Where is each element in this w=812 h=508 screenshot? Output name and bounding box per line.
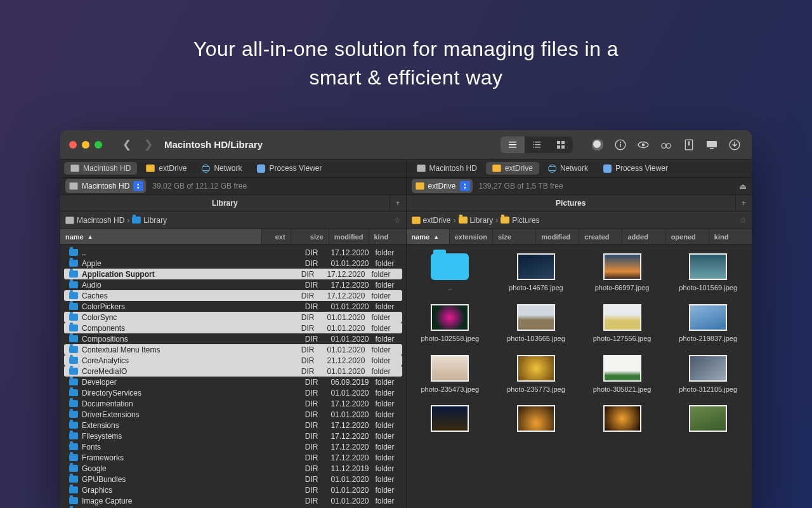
column-header-extension[interactable]: extension xyxy=(450,229,493,244)
favorite-star-icon[interactable]: ☆ xyxy=(394,216,401,225)
file-row[interactable]: AppleDIR01.01.2020folder xyxy=(60,258,406,269)
photo-item[interactable]: photo-101569.jpeg xyxy=(667,253,749,293)
quicklook-icon[interactable] xyxy=(638,139,649,150)
binoculars-icon[interactable] xyxy=(660,139,672,150)
file-row[interactable]: FilesystemsDIR17.12.2020folder xyxy=(60,431,406,441)
download-icon[interactable] xyxy=(729,139,740,150)
folder-icon xyxy=(69,454,78,461)
minimize-window-button[interactable] xyxy=(82,141,89,149)
zoom-window-button[interactable] xyxy=(95,141,102,149)
titlebar: ❮ ❯ Macintosh HD/Library xyxy=(60,130,752,159)
file-row[interactable]: Image CaptureDIR01.01.2020folder xyxy=(60,495,406,506)
file-row[interactable]: AudioDIR17.12.2020folder xyxy=(60,279,406,290)
file-row[interactable]: DeveloperDIR06.09.2019folder xyxy=(60,377,406,387)
file-row[interactable]: ExtensionsDIR17.12.2020folder xyxy=(60,420,406,431)
file-row[interactable]: GraphicsDIR01.01.2020folder xyxy=(60,485,406,495)
file-row[interactable]: ComponentsDIR01.01.2020folder xyxy=(64,323,402,333)
breadcrumb-item[interactable]: extDrive xyxy=(412,216,451,225)
file-row[interactable]: CoreMediaIODIR01.01.2020folder xyxy=(64,366,402,377)
file-row[interactable]: ..DIR17.12.2020folder xyxy=(60,247,406,258)
new-tab-button-right[interactable]: + xyxy=(735,195,752,211)
photo-item[interactable]: photo-312105.jpeg xyxy=(667,355,749,394)
file-row[interactable]: ColorSyncDIR01.01.2020folder xyxy=(64,312,402,323)
view-icons-icon[interactable] xyxy=(549,137,573,153)
column-header-size[interactable]: size xyxy=(493,229,536,244)
item-label: photo-312105.jpeg xyxy=(679,385,737,394)
close-window-button[interactable] xyxy=(69,141,77,149)
photo-item[interactable]: photo-102558.jpeg xyxy=(409,304,492,344)
tab-process-viewer[interactable]: Process Viewer xyxy=(597,162,674,175)
tab-macintosh-hd[interactable]: Macintosh HD xyxy=(64,162,137,175)
file-row[interactable]: FrameworksDIR17.12.2020folder xyxy=(60,452,406,463)
tab-extdrive[interactable]: extDrive xyxy=(140,162,193,175)
file-row[interactable]: ColorPickersDIR01.01.2020folder xyxy=(60,301,406,312)
photo-item[interactable]: photo-305821.jpeg xyxy=(581,355,664,394)
breadcrumb-item[interactable]: Library xyxy=(459,216,494,225)
photo-item[interactable] xyxy=(495,405,577,436)
column-header-size[interactable]: size xyxy=(291,229,329,244)
photo-item[interactable]: photo-66997.jpeg xyxy=(581,253,664,293)
tab-network[interactable]: Network xyxy=(542,162,594,175)
file-row[interactable]: CachesDIR17.12.2020folder xyxy=(64,290,402,301)
thumbnail-image xyxy=(603,253,641,280)
file-row[interactable]: GoogleDIR11.12.2019folder xyxy=(60,463,406,474)
column-header-opened[interactable]: opened xyxy=(666,229,709,244)
column-header-kind[interactable]: kind xyxy=(369,229,406,244)
photo-item[interactable] xyxy=(667,405,749,436)
column-header-kind[interactable]: kind xyxy=(709,229,752,244)
hidden-files-toggle[interactable] xyxy=(592,139,603,150)
tab-network[interactable]: Network xyxy=(195,162,248,175)
column-header-name[interactable]: name▲ xyxy=(407,229,450,244)
breadcrumb-item[interactable]: Library xyxy=(132,216,167,225)
file-row[interactable]: DriverExtensionsDIR01.01.2020folder xyxy=(60,409,406,420)
column-header-modified[interactable]: modified xyxy=(329,229,369,244)
photo-item[interactable] xyxy=(581,405,664,436)
photo-item[interactable]: photo-14676.jpeg xyxy=(495,253,577,293)
forward-button[interactable]: ❯ xyxy=(144,138,153,151)
folder-icon xyxy=(69,389,78,396)
icon-pane-right[interactable]: ..photo-14676.jpegphoto-66997.jpegphoto-… xyxy=(407,244,752,508)
column-header-ext[interactable]: ext xyxy=(262,229,291,244)
file-row[interactable]: GPUBundlesDIR01.01.2020folder xyxy=(60,474,406,485)
desktop-icon[interactable] xyxy=(706,139,717,150)
tab-macintosh-hd[interactable]: Macintosh HD xyxy=(410,162,483,175)
view-list-icon[interactable] xyxy=(501,137,525,153)
view-mode-segmented[interactable] xyxy=(501,137,573,153)
photo-item[interactable]: photo-219837.jpeg xyxy=(667,304,749,344)
svg-point-19 xyxy=(666,144,671,148)
file-row[interactable]: Contextual Menu ItemsDIR01.01.2020folder xyxy=(64,344,402,355)
eject-icon[interactable]: ⏏ xyxy=(739,182,747,191)
photo-item[interactable]: photo-235473.jpeg xyxy=(409,355,492,394)
column-header-name[interactable]: name▲ xyxy=(60,229,262,244)
photo-item[interactable]: photo-235773.jpeg xyxy=(495,355,577,394)
thumbnail-image xyxy=(517,405,555,432)
item-label: photo-103665.jpeg xyxy=(507,335,565,344)
tab-process-viewer[interactable]: Process Viewer xyxy=(251,162,328,175)
file-row[interactable]: CompositionsDIR01.01.2020folder xyxy=(60,333,406,344)
folder-icon xyxy=(69,303,78,310)
file-row[interactable]: DirectoryServicesDIR01.01.2020folder xyxy=(60,387,406,398)
breadcrumb-item[interactable]: Pictures xyxy=(501,216,539,225)
back-button[interactable]: ❮ xyxy=(122,138,131,151)
drive-selector-right[interactable]: extDrive ▴▾ xyxy=(412,179,473,193)
file-row[interactable]: Application SupportDIR17.12.2020folder xyxy=(64,269,402,279)
photo-item[interactable] xyxy=(409,405,492,436)
column-header-created[interactable]: created xyxy=(579,229,622,244)
tab-extdrive[interactable]: extDrive xyxy=(486,162,539,175)
favorite-star-icon[interactable]: ☆ xyxy=(740,216,747,225)
photo-item[interactable]: photo-103665.jpeg xyxy=(495,304,577,344)
view-columns-icon[interactable] xyxy=(525,137,549,153)
file-row[interactable]: DocumentationDIR17.12.2020folder xyxy=(60,398,406,409)
photo-item[interactable]: photo-127556.jpeg xyxy=(581,304,664,344)
column-header-added[interactable]: added xyxy=(622,229,665,244)
folder-item[interactable]: .. xyxy=(409,253,492,293)
list-pane-left[interactable]: ..DIR17.12.2020folderAppleDIR01.01.2020f… xyxy=(60,244,407,508)
column-header-modified[interactable]: modified xyxy=(536,229,579,244)
breadcrumb-item[interactable]: Macintosh HD xyxy=(65,216,124,225)
info-icon[interactable] xyxy=(615,139,626,150)
drive-selector-left[interactable]: Macintosh HD ▴▾ xyxy=(65,179,146,193)
file-row[interactable]: CoreAnalyticsDIR21.12.2020folder xyxy=(64,355,402,366)
file-row[interactable]: FontsDIR17.12.2020folder xyxy=(60,441,406,452)
archive-icon[interactable] xyxy=(683,139,695,150)
new-tab-button-left[interactable]: + xyxy=(390,195,406,211)
